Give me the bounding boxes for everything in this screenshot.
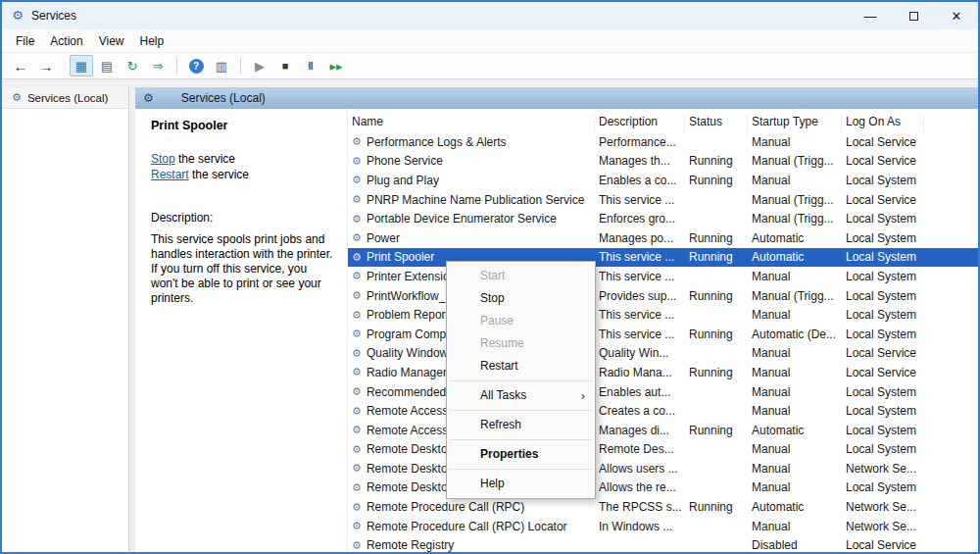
table-row[interactable]: ⚙Quality Windows Audio Video ExperienceQ…	[348, 344, 978, 364]
minimize-button[interactable]: —	[849, 2, 892, 29]
table-row[interactable]: ⚙Problem Reports Control Panel SupportTh…	[348, 305, 978, 325]
cell-log-on-as: Local System	[842, 385, 924, 399]
table-row[interactable]: ⚙PNRP Machine Name Publication ServiceTh…	[348, 190, 978, 210]
column-header-startup-type[interactable]: Startup Type	[748, 115, 842, 132]
menu-action[interactable]: Action	[42, 31, 90, 51]
refresh-icon[interactable]: ↻	[121, 55, 144, 76]
cell-startup-type: Automatic	[748, 500, 842, 514]
table-row[interactable]: ⚙Remote Access Auto Connection ManagerCr…	[348, 401, 978, 421]
show-hide-console-tree-icon[interactable]: ▦	[70, 55, 93, 76]
menu-item-restart[interactable]: Restart	[447, 355, 595, 378]
cell-startup-type: Automatic	[748, 231, 842, 245]
cell-startup-type: Manual	[748, 346, 842, 360]
service-gear-icon: ⚙	[352, 135, 362, 148]
table-row[interactable]: ⚙Plug and PlayEnables a co...RunningManu…	[348, 171, 978, 190]
window-list-icon[interactable]: ▥	[210, 55, 233, 76]
stop-service-link[interactable]: Stop	[151, 152, 175, 166]
cell-log-on-as: Local System	[842, 308, 924, 322]
restart-service-link[interactable]: Restart	[151, 168, 189, 181]
menu-item-all-tasks[interactable]: All Tasks›	[447, 384, 595, 407]
start-service-icon[interactable]: ▶	[248, 55, 271, 76]
menu-item-properties[interactable]: Properties	[447, 443, 595, 466]
column-header-name[interactable]: Name	[348, 115, 595, 132]
column-header-log-on-as[interactable]: Log On As	[842, 115, 924, 132]
cell-log-on-as: Network Se...	[842, 462, 924, 476]
submenu-arrow-icon: ›	[581, 384, 585, 407]
restart-service-icon[interactable]: ▸▸	[324, 55, 348, 76]
service-gear-icon: ⚙	[352, 327, 362, 340]
cell-startup-type: Disabled	[748, 538, 842, 552]
table-row[interactable]: ⚙Phone ServiceManages th...RunningManual…	[348, 152, 978, 172]
cell-description: Manages di...	[595, 424, 685, 437]
table-row[interactable]: ⚙Recommended Troubleshooting ServiceEnab…	[348, 382, 978, 402]
cell-description: Remote Des...	[595, 442, 685, 456]
column-header-description[interactable]: Description	[595, 115, 685, 132]
table-row[interactable]: ⚙Performance Logs & AlertsPerformance...…	[348, 132, 978, 152]
toolbar: ←→▦▤↻⇒?▥▶■‖▸▸	[2, 53, 978, 79]
service-gear-icon: ⚙	[352, 501, 362, 514]
column-header-status[interactable]: Status	[685, 115, 748, 132]
main-header-title: Services (Local)	[181, 91, 266, 105]
menu-item-stop[interactable]: Stop	[447, 287, 595, 310]
table-row[interactable]: ⚙Remote Desktop ServicesAllows users ...…	[348, 459, 978, 478]
forward-icon[interactable]: →	[34, 55, 58, 76]
table-row[interactable]: ⚙PrintWorkflow_Provides sup...RunningMan…	[348, 286, 978, 306]
menu-help[interactable]: Help	[132, 31, 172, 51]
menu-separator	[449, 410, 593, 411]
cell-log-on-as: Local Service	[842, 346, 924, 360]
menu-item-refresh[interactable]: Refresh	[447, 414, 595, 436]
cell-startup-type: Manual	[748, 385, 842, 399]
cell-startup-type: Manual	[748, 174, 842, 187]
table-row[interactable]: ⚙Remote Desktop Services UserMode Port R…	[348, 478, 978, 498]
cell-description: Enforces gro...	[595, 212, 685, 226]
menu-view[interactable]: View	[91, 31, 132, 51]
cell-log-on-as: Local Service	[842, 154, 924, 168]
service-gear-icon: ⚙	[352, 366, 362, 378]
service-gear-icon: ⚙	[352, 462, 362, 475]
table-row[interactable]: ⚙Remote Procedure Call (RPC) LocatorIn W…	[348, 517, 978, 536]
service-name-text: Phone Service	[367, 154, 443, 168]
service-gear-icon: ⚙	[352, 481, 362, 494]
menu-item-help[interactable]: Help	[447, 473, 595, 495]
tree-node-services-local[interactable]: ⚙ Services (Local)	[2, 87, 128, 109]
cell-log-on-as: Network Se...	[842, 520, 924, 533]
stop-service-icon[interactable]: ■	[273, 55, 297, 76]
cell-description: This service ...	[595, 250, 685, 264]
help-icon[interactable]: ?	[184, 55, 208, 76]
table-row[interactable]: ⚙Program Compatibility Assistant Service…	[348, 325, 978, 344]
cell-startup-type: Manual	[748, 520, 842, 533]
cell-log-on-as: Local System	[842, 270, 924, 283]
cell-startup-type: Manual	[748, 270, 842, 283]
menu-item-start: Start	[447, 265, 595, 287]
table-row[interactable]: ⚙Portable Device Enumerator ServiceEnfor…	[348, 209, 978, 228]
list-header: ˆ NameDescriptionStatusStartup TypeLog O…	[348, 109, 978, 132]
table-row[interactable]: ⚙Print SpoolerThis service ...RunningAut…	[348, 248, 978, 268]
properties-window-icon[interactable]: ▤	[95, 55, 119, 76]
cell-log-on-as: Local System	[842, 327, 924, 341]
menu-file[interactable]: File	[8, 31, 42, 51]
table-row[interactable]: ⚙Remote Desktop ConfigurationRemote Des.…	[348, 440, 978, 460]
restart-service-rest: the service	[189, 168, 249, 181]
table-row[interactable]: ⚙Radio Management ServiceRadio Mana...Ru…	[348, 363, 978, 382]
cell-description: Enables a co...	[595, 174, 685, 187]
maximize-button[interactable]	[892, 2, 935, 29]
main-header-gear-icon: ⚙	[143, 91, 154, 105]
service-gear-icon: ⚙	[352, 251, 362, 264]
cell-startup-type: Manual	[748, 135, 842, 149]
pause-service-icon[interactable]: ‖	[299, 55, 322, 76]
description-text: This service spools print jobs and handl…	[151, 232, 333, 306]
table-row[interactable]: ⚙Remote Procedure Call (RPC)The RPCSS s.…	[348, 497, 978, 517]
cell-startup-type: Automatic	[748, 424, 842, 437]
export-list-icon[interactable]: ⇒	[146, 55, 170, 76]
service-gear-icon: ⚙	[352, 424, 362, 436]
cell-log-on-as: Network Se...	[842, 500, 924, 514]
close-button[interactable]: ✕	[935, 2, 978, 29]
table-row[interactable]: ⚙Remote RegistryDisabledLocal Service	[348, 535, 978, 552]
table-row[interactable]: ⚙PowerManages po...RunningAutomaticLocal…	[348, 228, 978, 248]
cell-description: Manages po...	[595, 231, 685, 245]
tree-node-label: Services (Local)	[27, 92, 108, 104]
table-row[interactable]: ⚙Remote Access Connection ManagerManages…	[348, 421, 978, 440]
back-icon[interactable]: ←	[9, 55, 32, 76]
table-row[interactable]: ⚙Printer Extensions and NotificationsThi…	[348, 267, 978, 286]
cell-log-on-as: Local System	[842, 212, 924, 226]
